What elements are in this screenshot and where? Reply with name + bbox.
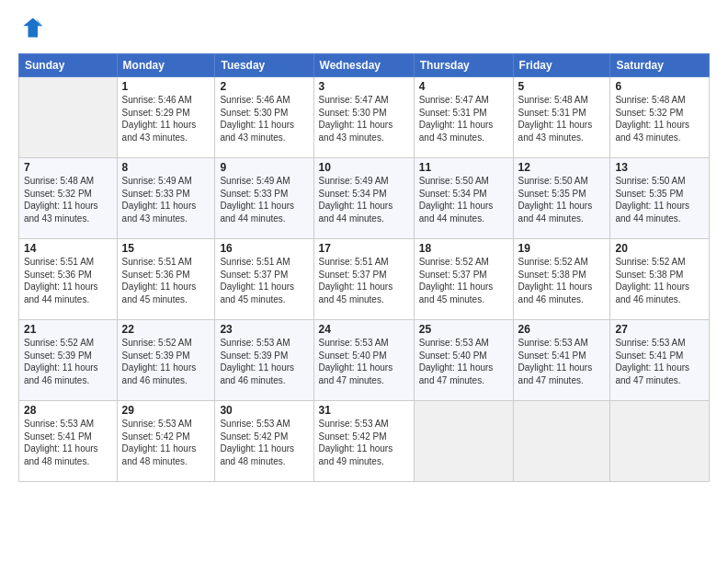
day-info: Sunrise: 5:53 AM Sunset: 5:40 PM Dayligh… <box>319 337 409 386</box>
day-number: 13 <box>615 161 704 174</box>
day-number: 27 <box>615 323 704 336</box>
calendar-cell: 8Sunrise: 5:49 AM Sunset: 5:33 PM Daylig… <box>117 158 215 239</box>
calendar-cell <box>19 77 118 158</box>
day-number: 9 <box>220 161 308 174</box>
day-info: Sunrise: 5:52 AM Sunset: 5:38 PM Dayligh… <box>518 256 606 305</box>
calendar-cell: 3Sunrise: 5:47 AM Sunset: 5:30 PM Daylig… <box>313 77 414 158</box>
day-header-thursday: Thursday <box>414 54 513 77</box>
day-info: Sunrise: 5:48 AM Sunset: 5:32 PM Dayligh… <box>615 94 704 144</box>
day-info: Sunrise: 5:53 AM Sunset: 5:42 PM Dayligh… <box>122 418 210 467</box>
day-number: 14 <box>24 242 112 255</box>
day-info: Sunrise: 5:47 AM Sunset: 5:31 PM Dayligh… <box>419 94 508 144</box>
day-info: Sunrise: 5:53 AM Sunset: 5:42 PM Dayligh… <box>220 418 308 467</box>
day-info: Sunrise: 5:53 AM Sunset: 5:39 PM Dayligh… <box>220 337 308 386</box>
day-info: Sunrise: 5:53 AM Sunset: 5:40 PM Dayligh… <box>419 337 508 386</box>
day-number: 20 <box>615 242 704 255</box>
day-number: 18 <box>419 242 508 255</box>
calendar-cell: 7Sunrise: 5:48 AM Sunset: 5:32 PM Daylig… <box>19 158 118 239</box>
calendar-table: SundayMondayTuesdayWednesdayThursdayFrid… <box>18 53 710 482</box>
day-number: 23 <box>220 323 308 336</box>
day-number: 8 <box>122 161 210 174</box>
calendar-week-5: 28Sunrise: 5:53 AM Sunset: 5:41 PM Dayli… <box>19 401 710 482</box>
day-number: 4 <box>419 80 508 93</box>
logo-icon <box>18 15 44 40</box>
day-info: Sunrise: 5:51 AM Sunset: 5:37 PM Dayligh… <box>220 256 308 305</box>
calendar-cell: 21Sunrise: 5:52 AM Sunset: 5:39 PM Dayli… <box>19 320 118 401</box>
day-info: Sunrise: 5:52 AM Sunset: 5:38 PM Dayligh… <box>615 256 704 305</box>
day-info: Sunrise: 5:47 AM Sunset: 5:30 PM Dayligh… <box>319 94 409 144</box>
calendar-week-4: 21Sunrise: 5:52 AM Sunset: 5:39 PM Dayli… <box>19 320 710 401</box>
calendar-cell: 11Sunrise: 5:50 AM Sunset: 5:34 PM Dayli… <box>414 158 513 239</box>
day-number: 10 <box>319 161 409 174</box>
day-info: Sunrise: 5:51 AM Sunset: 5:36 PM Dayligh… <box>122 256 210 305</box>
calendar-cell: 2Sunrise: 5:46 AM Sunset: 5:30 PM Daylig… <box>215 77 313 158</box>
day-number: 22 <box>122 323 210 336</box>
day-number: 1 <box>122 80 210 93</box>
day-info: Sunrise: 5:49 AM Sunset: 5:33 PM Dayligh… <box>122 175 210 224</box>
day-info: Sunrise: 5:49 AM Sunset: 5:34 PM Dayligh… <box>319 175 409 224</box>
calendar-cell: 10Sunrise: 5:49 AM Sunset: 5:34 PM Dayli… <box>313 158 414 239</box>
calendar-cell: 24Sunrise: 5:53 AM Sunset: 5:40 PM Dayli… <box>313 320 414 401</box>
day-info: Sunrise: 5:49 AM Sunset: 5:33 PM Dayligh… <box>220 175 308 224</box>
calendar-cell: 17Sunrise: 5:51 AM Sunset: 5:37 PM Dayli… <box>313 239 414 320</box>
calendar-cell: 6Sunrise: 5:48 AM Sunset: 5:32 PM Daylig… <box>610 77 710 158</box>
calendar-cell: 18Sunrise: 5:52 AM Sunset: 5:37 PM Dayli… <box>414 239 513 320</box>
day-number: 26 <box>518 323 606 336</box>
calendar-cell: 26Sunrise: 5:53 AM Sunset: 5:41 PM Dayli… <box>513 320 610 401</box>
day-number: 15 <box>122 242 210 255</box>
day-info: Sunrise: 5:46 AM Sunset: 5:30 PM Dayligh… <box>220 94 308 144</box>
calendar-cell: 4Sunrise: 5:47 AM Sunset: 5:31 PM Daylig… <box>414 77 513 158</box>
day-number: 21 <box>24 323 112 336</box>
day-number: 6 <box>615 80 704 93</box>
day-info: Sunrise: 5:51 AM Sunset: 5:36 PM Dayligh… <box>24 256 112 305</box>
day-info: Sunrise: 5:53 AM Sunset: 5:41 PM Dayligh… <box>24 418 112 467</box>
day-info: Sunrise: 5:50 AM Sunset: 5:35 PM Dayligh… <box>518 175 606 224</box>
day-header-wednesday: Wednesday <box>313 54 414 77</box>
day-number: 29 <box>122 404 210 417</box>
day-header-monday: Monday <box>117 54 215 77</box>
day-number: 16 <box>220 242 308 255</box>
day-number: 30 <box>220 404 308 417</box>
calendar-cell <box>610 401 710 482</box>
calendar-cell: 30Sunrise: 5:53 AM Sunset: 5:42 PM Dayli… <box>215 401 313 482</box>
day-info: Sunrise: 5:53 AM Sunset: 5:41 PM Dayligh… <box>615 337 704 386</box>
day-info: Sunrise: 5:50 AM Sunset: 5:35 PM Dayligh… <box>615 175 704 224</box>
day-header-sunday: Sunday <box>19 54 118 77</box>
calendar-cell: 14Sunrise: 5:51 AM Sunset: 5:36 PM Dayli… <box>19 239 118 320</box>
day-header-tuesday: Tuesday <box>215 54 313 77</box>
calendar-cell: 5Sunrise: 5:48 AM Sunset: 5:31 PM Daylig… <box>513 77 610 158</box>
day-number: 7 <box>24 161 112 174</box>
calendar-cell: 9Sunrise: 5:49 AM Sunset: 5:33 PM Daylig… <box>215 158 313 239</box>
day-number: 5 <box>518 80 606 93</box>
svg-marker-0 <box>23 18 42 38</box>
day-info: Sunrise: 5:46 AM Sunset: 5:29 PM Dayligh… <box>122 94 210 144</box>
day-number: 28 <box>24 404 112 417</box>
day-info: Sunrise: 5:50 AM Sunset: 5:34 PM Dayligh… <box>419 175 508 224</box>
calendar-cell: 28Sunrise: 5:53 AM Sunset: 5:41 PM Dayli… <box>19 401 118 482</box>
page: SundayMondayTuesdayWednesdayThursdayFrid… <box>0 0 728 491</box>
calendar-cell: 15Sunrise: 5:51 AM Sunset: 5:36 PM Dayli… <box>117 239 215 320</box>
day-header-saturday: Saturday <box>610 54 710 77</box>
day-number: 19 <box>518 242 606 255</box>
day-number: 11 <box>419 161 508 174</box>
day-number: 31 <box>319 404 409 417</box>
day-info: Sunrise: 5:48 AM Sunset: 5:32 PM Dayligh… <box>24 175 112 224</box>
day-number: 24 <box>319 323 409 336</box>
calendar-cell: 20Sunrise: 5:52 AM Sunset: 5:38 PM Dayli… <box>610 239 710 320</box>
calendar-cell: 23Sunrise: 5:53 AM Sunset: 5:39 PM Dayli… <box>215 320 313 401</box>
day-number: 17 <box>319 242 409 255</box>
calendar-cell: 19Sunrise: 5:52 AM Sunset: 5:38 PM Dayli… <box>513 239 610 320</box>
day-number: 3 <box>319 80 409 93</box>
calendar-cell: 25Sunrise: 5:53 AM Sunset: 5:40 PM Dayli… <box>414 320 513 401</box>
calendar-cell: 27Sunrise: 5:53 AM Sunset: 5:41 PM Dayli… <box>610 320 710 401</box>
day-info: Sunrise: 5:48 AM Sunset: 5:31 PM Dayligh… <box>518 94 606 144</box>
calendar-cell <box>513 401 610 482</box>
day-info: Sunrise: 5:52 AM Sunset: 5:39 PM Dayligh… <box>122 337 210 386</box>
calendar-cell <box>414 401 513 482</box>
calendar-week-1: 1Sunrise: 5:46 AM Sunset: 5:29 PM Daylig… <box>19 77 710 158</box>
day-info: Sunrise: 5:52 AM Sunset: 5:39 PM Dayligh… <box>24 337 112 386</box>
calendar-week-2: 7Sunrise: 5:48 AM Sunset: 5:32 PM Daylig… <box>19 158 710 239</box>
calendar-week-3: 14Sunrise: 5:51 AM Sunset: 5:36 PM Dayli… <box>19 239 710 320</box>
day-number: 2 <box>220 80 308 93</box>
header <box>18 15 710 42</box>
